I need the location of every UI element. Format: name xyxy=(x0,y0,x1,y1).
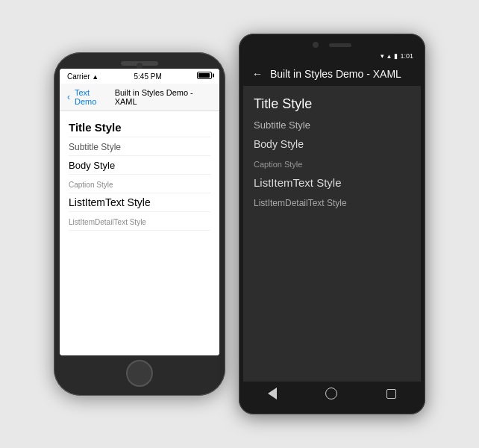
android-caption-style-label: Caption Style xyxy=(254,160,302,169)
list-item: Subtitle Style xyxy=(69,137,210,156)
android-device: ▾ ▲ ▮ 1:01 ← Built in Styles Demo - XAML… xyxy=(239,34,425,414)
ios-battery-indicator xyxy=(197,72,212,81)
ios-back-label[interactable]: Text Demo xyxy=(75,88,112,106)
android-top-bar xyxy=(243,38,421,50)
list-item: ListItemText Style xyxy=(254,173,410,193)
ios-listitem-style-label: ListItemText Style xyxy=(69,196,151,208)
android-screen: ▾ ▲ ▮ 1:01 ← Built in Styles Demo - XAML… xyxy=(243,50,421,405)
android-home-nav-icon[interactable] xyxy=(325,388,337,399)
android-battery-icon: ▮ xyxy=(394,52,398,60)
android-status-icons: ▾ ▲ ▮ 1:01 xyxy=(381,52,413,60)
android-recent-nav-icon[interactable] xyxy=(386,389,396,399)
ios-nav-bar[interactable]: ‹ Text Demo Built in Styles Demo - XAML xyxy=(60,84,219,111)
android-body-style-label: Body Style xyxy=(254,138,304,150)
list-item: Subtitle Style xyxy=(254,115,410,134)
ios-title-style-label: Title Style xyxy=(69,121,122,134)
ios-time: 5:45 PM xyxy=(134,72,162,81)
ios-back-chevron[interactable]: ‹ xyxy=(67,92,70,102)
ios-camera-icon xyxy=(137,63,143,69)
android-listitem-style-label: ListItemText Style xyxy=(254,176,342,189)
ios-carrier: Carrier ▲ xyxy=(67,72,98,81)
ios-device: Carrier ▲ 5:45 PM ‹ Text Demo Built in S… xyxy=(54,52,225,396)
android-back-button[interactable]: ← xyxy=(252,68,263,80)
ios-subtitle-style-label: Subtitle Style xyxy=(69,142,121,152)
android-camera-icon xyxy=(313,42,319,48)
devices-container: Carrier ▲ 5:45 PM ‹ Text Demo Built in S… xyxy=(46,26,433,422)
android-app-bar: ← Built in Styles Demo - XAML xyxy=(243,62,421,86)
list-item: ListItemDetailText Style xyxy=(69,212,210,231)
ios-screen: Carrier ▲ 5:45 PM ‹ Text Demo Built in S… xyxy=(60,69,219,355)
android-page-title: Built in Styles Demo - XAML xyxy=(270,68,401,80)
list-item: Body Style xyxy=(69,156,210,175)
list-item: Caption Style xyxy=(69,175,210,193)
android-wifi-icon: ▾ xyxy=(381,52,384,60)
android-signal-icon: ▲ xyxy=(386,53,392,60)
android-subtitle-style-label: Subtitle Style xyxy=(254,119,310,131)
android-time: 1:01 xyxy=(400,52,413,60)
ios-caption-style-label: Caption Style xyxy=(69,181,113,189)
android-status-bar: ▾ ▲ ▮ 1:01 xyxy=(243,50,421,62)
ios-status-bar: Carrier ▲ 5:45 PM xyxy=(60,69,219,84)
ios-home-button[interactable] xyxy=(126,360,153,387)
ios-page-title: Built in Styles Demo - XAML xyxy=(115,88,212,106)
android-nav-bar xyxy=(243,382,421,405)
ios-content: Title Style Subtitle Style Body Style Ca… xyxy=(60,111,219,355)
android-title-style-label: Title Style xyxy=(254,96,312,111)
list-item: Caption Style xyxy=(254,154,410,173)
ios-listitemdetail-style-label: ListItemDetailText Style xyxy=(69,218,146,226)
list-item: Title Style xyxy=(254,93,410,115)
android-content: Title Style Subtitle Style Body Style Ca… xyxy=(243,86,421,382)
android-back-nav-icon[interactable] xyxy=(268,388,277,399)
android-speaker xyxy=(329,43,351,47)
ios-body-style-label: Body Style xyxy=(69,160,115,171)
list-item: ListItemText Style xyxy=(69,193,210,212)
list-item: ListItemDetailText Style xyxy=(254,193,410,212)
android-listitemdetail-style-label: ListItemDetailText Style xyxy=(254,198,347,208)
list-item: Title Style xyxy=(69,119,210,137)
android-bottom-bar xyxy=(243,405,421,410)
list-item: Body Style xyxy=(254,134,410,154)
